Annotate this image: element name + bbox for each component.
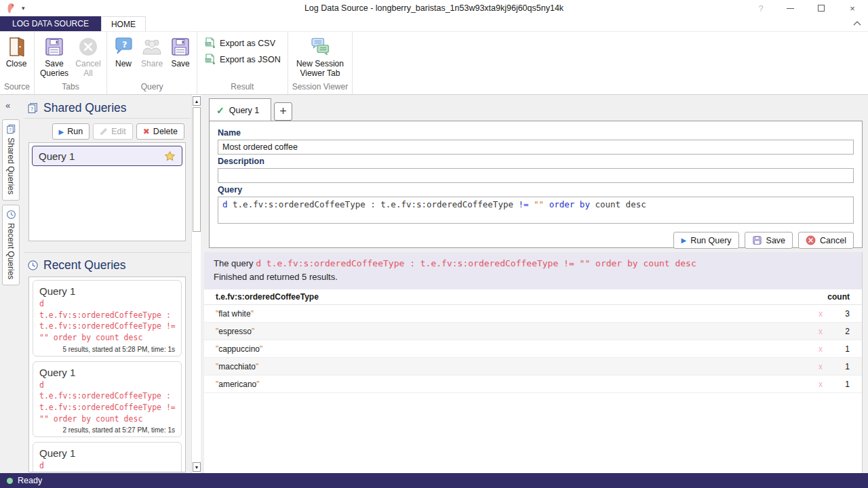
new-session-viewer-tab-button[interactable]: New Session Viewer Tab [292, 35, 348, 80]
recent-query-card[interactable]: Query 1 dt.e.fv:s:orderedCoffeeType :t.e… [33, 280, 182, 357]
recent-query-card[interactable]: Query 1 dt.e.fv:s:orderedCoffeeType :t.e… [33, 361, 182, 438]
result-table-header: t.e.fv:s:orderedCoffeeType count [204, 289, 862, 305]
echo-query: d t.e.fv:s:orderedCoffeeType : t.e.fv:s:… [256, 258, 696, 268]
save-queries-button[interactable]: Save Queries [37, 35, 72, 80]
shared-query-item[interactable]: Query 1 [32, 146, 182, 166]
save-label: Save [766, 236, 786, 245]
divider [24, 252, 191, 253]
row-delete-icon[interactable]: x [818, 344, 835, 354]
app-logo-icon [5, 2, 16, 14]
table-row[interactable]: "americano" x 1 [204, 375, 862, 393]
session-bubbles-icon [309, 36, 331, 58]
ribbon-group-session-viewer: New Session Viewer Tab Session Viewer [288, 32, 353, 94]
cancel-label: Cancel [820, 236, 846, 245]
table-row[interactable]: "macchiato" x 1 [204, 358, 862, 375]
status-dot-icon [7, 478, 13, 484]
cell-count: 1 [835, 362, 850, 371]
row-delete-icon[interactable]: x [818, 327, 835, 336]
table-row[interactable]: "cappuccino" x 1 [204, 340, 862, 358]
export-csv-label: Export as CSV [220, 39, 275, 48]
cancel-circle-icon [806, 235, 816, 245]
close-source-label: Close [6, 59, 27, 68]
collapse-ribbon-icon[interactable] [852, 19, 863, 28]
cancel-circle-icon [77, 36, 99, 58]
quick-access-dropdown-icon[interactable]: ▾ [22, 5, 25, 12]
recent-queries-title: Recent Queries [43, 258, 126, 272]
minimize-icon [787, 8, 794, 9]
cell-value: espresso [218, 327, 252, 336]
export-csv-button[interactable]: CSV Export as CSV [204, 37, 275, 49]
quote-mark: " [260, 344, 262, 354]
quote-mark: " [256, 380, 259, 389]
run-query-label: Run Query [690, 236, 731, 245]
row-delete-icon[interactable]: x [818, 362, 835, 371]
people-icon [141, 36, 163, 58]
cancel-all-label: Cancel All [75, 59, 101, 79]
group-label-tabs: Tabs [35, 82, 106, 94]
minimize-button[interactable] [774, 0, 806, 16]
shared-queries-icon: ? [6, 124, 16, 134]
quote-mark: " [252, 327, 254, 336]
share-query-label: Share [141, 59, 163, 68]
tab-home[interactable]: HOME [101, 16, 146, 31]
recent-query-meta: 5 results, started at 5:28 PM, time: 1s [39, 346, 175, 353]
table-row[interactable]: "flat white" x 3 [204, 305, 862, 323]
group-label-source: Source [0, 82, 34, 94]
log-data-source-window: ▾ Log Data Source - longberry_baristas_1… [0, 0, 868, 488]
recent-queries-icon [6, 209, 16, 220]
table-row[interactable]: "espresso" x 2 [204, 323, 862, 340]
quote-mark: " [256, 362, 258, 371]
sidebar-vertical-tabs: ? Shared Queries Recent Queries [2, 119, 20, 285]
add-tab-button[interactable]: + [274, 102, 292, 121]
cancel-button[interactable]: Cancel [798, 232, 854, 249]
star-icon[interactable] [164, 150, 176, 162]
chat-question-icon: ? [113, 36, 134, 58]
form-buttons: ▶ Run Query Save Cancel [218, 232, 854, 249]
result-status-line: Finished and returned 5 results. [214, 272, 338, 282]
vtab-recent-queries[interactable]: Recent Queries [2, 205, 20, 285]
name-input[interactable] [218, 140, 854, 155]
description-input[interactable] [218, 168, 854, 183]
help-button[interactable]: ? [747, 0, 774, 16]
save-button[interactable]: Save [745, 232, 793, 249]
maximize-button[interactable] [806, 0, 837, 16]
run-icon: ▶ [681, 237, 686, 244]
export-json-button[interactable]: JSON Export as JSON [204, 54, 281, 65]
group-label-result: Result [197, 82, 288, 94]
close-source-button[interactable]: Close [2, 35, 31, 70]
scroll-down-icon[interactable]: ▼ [193, 462, 201, 472]
run-query-button[interactable]: ▶ Run Query [673, 232, 738, 249]
scroll-up-icon[interactable]: ▲ [193, 96, 201, 106]
row-delete-icon[interactable]: x [818, 309, 835, 319]
query-editor[interactable]: d t.e.fv:s:orderedCoffeeType : t.e.fv:s:… [218, 197, 854, 224]
share-query-button[interactable]: Share [138, 35, 166, 70]
cell-count: 1 [835, 344, 850, 354]
sidebar-scrollbar[interactable]: ▲ ▼ [191, 95, 201, 473]
query-tab-label: Query 1 [229, 106, 259, 115]
svg-text:?: ? [9, 127, 12, 133]
save-query-button[interactable]: Save [166, 35, 195, 70]
ribbon-group-query: ? New Share [107, 32, 197, 94]
edit-shared-query-button[interactable]: Edit [93, 123, 133, 140]
result-panel: The query d t.e.fv:s:orderedCoffeeType :… [204, 252, 863, 473]
tab-log-data-source[interactable]: LOG DATA SOURCE [0, 16, 101, 31]
ribbon-group-tabs: Save Queries Cancel All Tabs [35, 32, 107, 94]
recent-query-name: Query 1 [39, 285, 175, 297]
vtab-shared-queries[interactable]: ? Shared Queries [2, 119, 20, 201]
cancel-all-button[interactable]: Cancel All [72, 35, 104, 80]
query-tab[interactable]: ✓ Query 1 [209, 98, 271, 121]
row-delete-icon[interactable]: x [818, 380, 835, 389]
recent-queries-icon [27, 260, 39, 271]
close-window-button[interactable]: × [837, 0, 868, 16]
cell-value: cappuccino [218, 344, 260, 354]
new-query-button[interactable]: ? New [109, 35, 138, 70]
scrollbar-thumb[interactable] [193, 107, 201, 232]
cell-value: macchiato [218, 362, 256, 371]
delete-shared-query-button[interactable]: ✖ Delete [136, 123, 184, 140]
collapse-sidebar-icon[interactable]: « [5, 100, 10, 110]
recent-query-name: Query 1 [39, 447, 175, 459]
recent-query-card[interactable]: Query 1 dt.e.fv:s:orderedCoffeeType :t.e… [33, 442, 182, 472]
save-query-label: Save [171, 59, 189, 68]
door-icon [5, 36, 27, 58]
run-shared-query-button[interactable]: ▶ Run [52, 123, 90, 140]
